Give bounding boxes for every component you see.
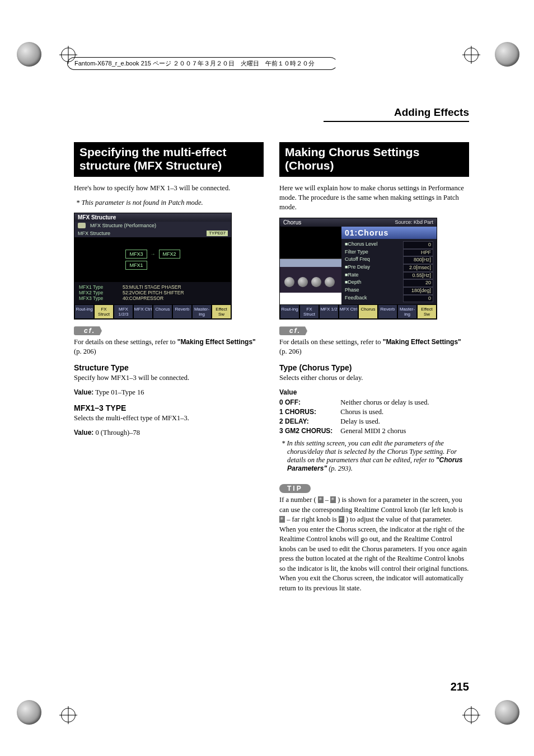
h-structure-type: Structure Type [74, 363, 264, 372]
book-header-text: Fantom-X678_r_e.book 215 ページ ２００７年３月２０日 … [67, 57, 338, 70]
mfxtype-desc: Selects the multi-effect type of MFX1–3. [74, 414, 264, 423]
tip-body: If a number ( – ) is shown for a paramet… [279, 495, 469, 593]
chorus-type-table: 0 OFF:Neither chorus or delay is used. 1… [279, 398, 429, 436]
ss-subtitle: MFX Structure (Performance) [90, 223, 156, 228]
type-desc: Selects either chorus or delay. [279, 373, 469, 383]
h-mfx-type: MFX1–3 TYPE [74, 403, 264, 412]
arrow-icon: → [151, 251, 156, 257]
knob-4-icon [339, 516, 344, 523]
ch-panel-title: 01:Chorus [341, 227, 437, 239]
cf-text: For details on these settings, refer to … [74, 337, 264, 356]
book-header: Fantom-X678_r_e.book 215 ページ ２００７年３月２０日 … [67, 57, 472, 70]
left-column: Specifying the multi-effect structure (M… [74, 142, 264, 595]
knob-icon [284, 277, 294, 287]
structure-desc: Specify how MFX1–3 will be connected. [74, 373, 264, 383]
ch-title-right: Source: Kbd Part [395, 219, 433, 226]
node-mfx1: MFX1 [125, 261, 147, 270]
right-intro: Here we will explain how to make chorus … [279, 184, 469, 212]
ss-type-table: MFX1 Type53:MULTI STAGE PHASER MFX2 Type… [74, 282, 231, 304]
h-chorus-type: Type (Chorus Type) [279, 363, 469, 372]
right-heading: Making Chorus Settings (Chorus) [279, 142, 469, 177]
knob-icon [298, 277, 308, 287]
mfx-structure-screenshot: MFX Structure MFX Structure (Performance… [74, 213, 232, 320]
ch-knob-image [280, 227, 341, 293]
ch-softkeys: Rout-ing FX Struct MFX 1/2 MFX Ctrl Chor… [280, 304, 437, 319]
knob-1-icon [279, 516, 285, 523]
node-mfx3: MFX3 [125, 250, 147, 259]
ss-diagram: MFX3 → MFX2 MFX1 [74, 237, 231, 282]
page-number: 215 [451, 680, 469, 693]
ch-title: Chorus [283, 219, 301, 226]
cf-text-right: For details on these settings, refer to … [279, 337, 469, 356]
right-column: Making Chorus Settings (Chorus) Here we … [279, 142, 469, 595]
routing-icon [78, 223, 86, 228]
ss-type-badge: TYPE07 [207, 231, 228, 236]
ss-subtitle-2: MFX Structure [78, 231, 110, 236]
tip-tag: TIP [279, 484, 311, 493]
knob-4-icon [330, 496, 336, 503]
section-title: Adding Effects [394, 106, 469, 118]
cf-tag-right: cf. [279, 326, 307, 335]
structure-value: Value: Type 01–Type 16 [74, 388, 264, 397]
ss-title: MFX Structure [78, 214, 116, 220]
left-intro: Here's how to specify how MFX 1–3 will b… [74, 184, 264, 193]
knob-icon [311, 277, 321, 287]
left-note: This parameter is not found in Patch mod… [82, 199, 264, 207]
chorus-screenshot: Chorus Source: Kbd Part 01:Chorus ■Choru… [279, 218, 437, 320]
node-mfx2: MFX2 [159, 250, 180, 259]
left-heading: Specifying the multi-effect structure (M… [74, 142, 264, 177]
cf-tag: cf. [74, 326, 102, 335]
ch-params: ■Chorus Level0 Filter TypeHPF Cutoff Fre… [341, 239, 437, 305]
value-header: Value [279, 388, 297, 396]
knob-1-icon [318, 496, 324, 503]
right-note2: In this setting screen, you can edit the… [287, 439, 469, 473]
knob-icon [325, 277, 335, 287]
section-header: Adding Effects [324, 106, 469, 122]
ss-softkeys: Rout-ing FX Struct MFX 1/2/3 MFX Ctrl Ch… [74, 304, 231, 319]
mfxtype-value: Value: 0 (Through)–78 [74, 429, 264, 437]
